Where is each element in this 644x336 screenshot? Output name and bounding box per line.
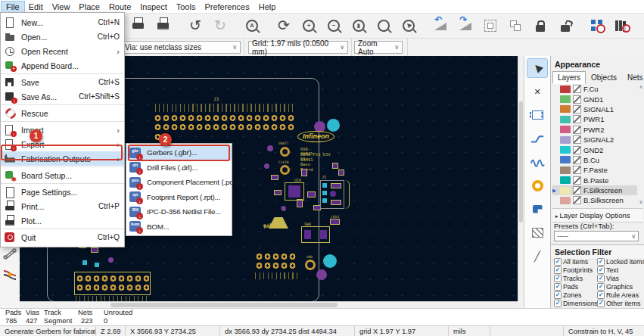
group-items-icon[interactable] [506, 17, 524, 35]
layer-visibility-icon[interactable] [573, 176, 581, 185]
submenu-item[interactable]: rpt ↓ Footprint Report (.rpt)... [126, 190, 232, 205]
layer-visibility-icon[interactable] [573, 156, 581, 164]
file-menu-item[interactable]: Board Setup... [1, 168, 124, 182]
selection-filter-checkbox[interactable]: ✓ Pads [554, 283, 597, 291]
lock-icon[interactable] [531, 17, 549, 35]
grid-size-dropdown[interactable]: Grid: 1.97 mils (0.0500 mm) ∨ [248, 41, 348, 54]
drc-icon[interactable] [588, 17, 606, 35]
layer-color-swatch[interactable] [560, 176, 571, 184]
appearance-tab[interactable]: Nets [622, 71, 644, 84]
add-rule-area-icon[interactable] [527, 223, 547, 241]
layer-visibility-icon[interactable] [573, 196, 581, 204]
layer-row[interactable]: F.Paste [552, 165, 637, 175]
scroll-down-icon[interactable]: ∨ [638, 199, 644, 205]
zoom-in-icon[interactable]: + [300, 17, 318, 35]
layer-row[interactable]: SIGNAL1 [552, 104, 637, 114]
layer-color-swatch[interactable] [560, 146, 571, 154]
file-menu-item[interactable]: Plot... [1, 213, 124, 228]
file-menu-item[interactable]: New... Ctrl+N [1, 15, 124, 30]
selection-filter-checkbox[interactable]: ✓ Other items [597, 299, 643, 307]
zoom-fit-icon[interactable]: ▮ [350, 17, 368, 35]
layer-color-swatch[interactable] [560, 166, 571, 174]
selection-filter-checkbox[interactable]: ✓ Dimensions [554, 299, 597, 307]
file-menu-item[interactable]: Save Ctrl+S [1, 75, 124, 89]
layer-color-swatch[interactable] [560, 187, 571, 194]
layer-color-swatch[interactable] [560, 105, 571, 113]
layer-row[interactable]: PWR2 [552, 125, 637, 135]
file-menu-item[interactable]: Rescue [1, 106, 124, 120]
plot-icon[interactable] [154, 17, 173, 35]
menu-bar-item[interactable]: Route [104, 2, 135, 12]
menu-bar-item[interactable]: Place [74, 2, 104, 12]
layer-color-swatch[interactable] [560, 126, 571, 133]
layer-visibility-icon[interactable] [573, 85, 581, 93]
appearance-tab[interactable]: Layers [552, 71, 586, 84]
selection-filter-checkbox[interactable]: ✓ Text [597, 266, 643, 275]
print-icon[interactable] [129, 17, 148, 35]
menu-bar-item[interactable]: View [48, 2, 75, 12]
undo-icon[interactable]: ↺ [186, 17, 204, 35]
layer-color-swatch[interactable] [560, 197, 571, 204]
layer-row[interactable]: PWR1 [552, 114, 637, 124]
file-menu-item[interactable]: Import › [1, 123, 124, 137]
scrollbar-thumb[interactable] [519, 101, 523, 222]
menu-bar-item[interactable]: Preferences [200, 2, 254, 12]
unlock-icon[interactable] [556, 17, 574, 35]
selection-filter-checkbox[interactable]: ✓ Zones [554, 291, 597, 300]
layer-display-options[interactable]: ▸Layer Display Options [552, 208, 643, 222]
file-menu-item[interactable]: Print... Ctrl+P [1, 199, 124, 213]
selection-filter-checkbox[interactable]: ✓ Locked items [597, 258, 643, 266]
presets-dropdown[interactable]: ----- ∨ [554, 231, 639, 241]
submenu-item[interactable]: 356 ↓ IPC-D-356 Netlist File... [126, 204, 232, 219]
draw-line-icon[interactable]: ╱ [527, 247, 547, 265]
tune-length-icon[interactable] [527, 153, 547, 171]
file-menu-item[interactable]: Save As... Ctrl+Shift+S [1, 89, 124, 104]
route-tracks-icon[interactable] [527, 129, 547, 148]
layer-row[interactable]: F.Cu [552, 84, 637, 94]
curved-tracks-icon[interactable] [2, 266, 17, 282]
add-zone-icon[interactable] [527, 200, 547, 218]
zoom-level-dropdown[interactable]: Zoom Auto ∨ [354, 41, 403, 54]
layer-color-swatch[interactable] [560, 86, 571, 93]
select-tool-icon[interactable]: ▶ [527, 59, 547, 77]
menu-bar-item[interactable]: Tools [172, 2, 201, 12]
submenu-item[interactable]: pos ↓ Component Placement (.pos)... [126, 175, 232, 190]
add-footprint-icon[interactable] [527, 106, 547, 124]
selection-filter-checkbox[interactable]: ✓ All items [554, 258, 597, 266]
layer-visibility-icon[interactable] [573, 146, 581, 154]
zoom-auto-icon[interactable]: A [243, 17, 261, 35]
layer-visibility-icon[interactable] [573, 105, 581, 114]
submenu-item[interactable]: drl ↓ Drill Files (.drl)... [126, 160, 232, 176]
file-menu-item[interactable]: Quit Ctrl+Q [1, 230, 124, 244]
layer-row[interactable]: B.Paste [552, 176, 637, 185]
zoom-out-icon[interactable]: − [325, 17, 343, 35]
file-menu-item[interactable]: Page Settings... [1, 185, 124, 199]
scrollbar-thumb[interactable] [110, 303, 338, 307]
layer-row[interactable]: B.Silkscreen [552, 195, 637, 205]
layer-color-swatch[interactable] [560, 156, 571, 163]
selection-filter-checkbox[interactable]: ✓ Graphics [597, 283, 643, 291]
layer-color-swatch[interactable] [560, 116, 571, 123]
menu-bar-item[interactable]: Edit [24, 2, 48, 12]
layer-row[interactable]: F.Silkscreen [552, 185, 637, 195]
selection-filter-checkbox[interactable]: ✓ Tracks [554, 275, 597, 283]
layer-visibility-icon[interactable] [573, 166, 581, 174]
file-menu-item[interactable]: Append Board... [1, 58, 124, 73]
refresh-icon[interactable]: ⟳ [275, 17, 293, 35]
layer-color-swatch[interactable] [560, 95, 571, 103]
layer-row[interactable]: B.Cu [552, 155, 637, 165]
layer-color-swatch[interactable] [560, 136, 571, 144]
menu-bar-item[interactable]: Inspect [135, 2, 171, 12]
file-menu-item[interactable]: Open Recent › [1, 44, 124, 58]
via-size-dropdown[interactable]: Via: use netclass sizes ∨ [121, 41, 241, 54]
zoom-selection-icon[interactable]: ▶ [400, 17, 418, 35]
layer-visibility-icon[interactable] [573, 126, 581, 134]
layer-visibility-icon[interactable] [573, 135, 581, 144]
scroll-up-icon[interactable]: ∧ [638, 84, 644, 90]
layer-visibility-icon[interactable] [573, 115, 581, 123]
submenu-item[interactable]: bom ↓ BOM... [126, 219, 232, 235]
layer-row[interactable]: GND1 [552, 94, 637, 104]
appearance-tab[interactable]: Objects [586, 71, 622, 84]
paste-special-icon[interactable] [481, 17, 499, 35]
footprint-library-icon[interactable] [613, 17, 631, 35]
